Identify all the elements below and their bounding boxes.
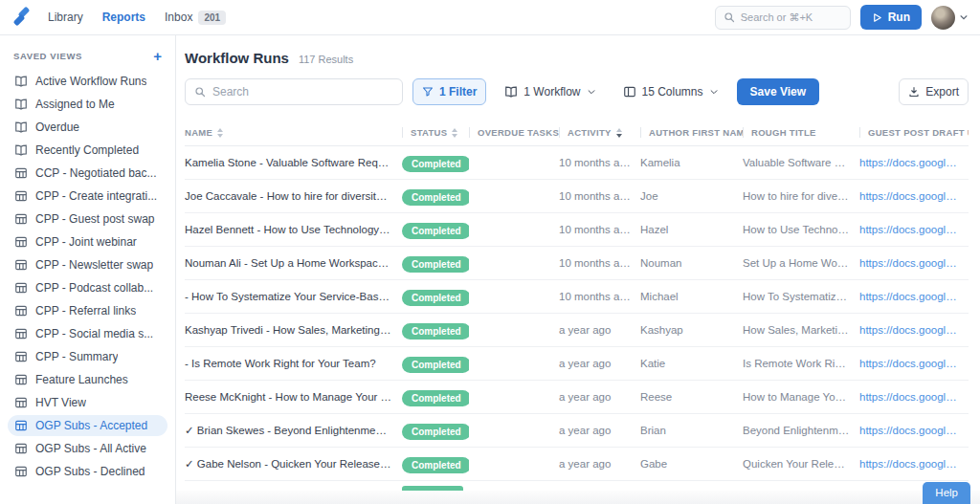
nav-library[interactable]: Library [48, 11, 83, 24]
table-row[interactable]: - Is Remote Work Right for Your Team? Co… [185, 347, 969, 381]
table-row[interactable]: Nouman Ali - Set Up a Home Workspace Tha… [185, 247, 969, 280]
table-icon [14, 465, 28, 478]
table-icon [14, 396, 28, 409]
saved-view-label: OGP Subs - Accepted [35, 419, 147, 432]
table-row[interactable]: Kashyap Trivedi - How Sales, Marketing, … [185, 314, 969, 347]
sidebar-saved-view-item[interactable]: CPP - Joint webinar [8, 231, 167, 252]
sidebar-saved-view-item[interactable]: Feature Launches [8, 369, 167, 390]
workflow-dropdown[interactable]: 1 Workflow [496, 78, 604, 105]
sidebar-saved-view-item[interactable]: Assigned to Me [8, 94, 167, 115]
add-view-button[interactable]: + [153, 49, 162, 63]
saved-view-label: CPP - Referral links [35, 304, 136, 318]
guest-post-url-link[interactable]: https://docs.google.com/... [859, 425, 969, 436]
sidebar-saved-view-item[interactable]: OGP Subs - All Active [8, 438, 167, 459]
table-search-input[interactable] [212, 85, 393, 99]
column-header[interactable]: STATUS [402, 120, 469, 145]
app-logo[interactable] [11, 7, 33, 28]
sidebar-saved-view-item[interactable]: CPP - Podcast collab... [8, 277, 167, 298]
rough-title-cell: Quicken Your Releases Wi... [743, 458, 859, 470]
play-icon [872, 12, 882, 23]
column-header-label: OVERDUE TASKS [478, 127, 559, 138]
user-menu[interactable] [931, 6, 969, 30]
status-cell: Completed [402, 388, 469, 406]
status-badge: Completed [402, 156, 469, 172]
table-icon [14, 189, 28, 203]
column-header[interactable]: ACTIVITY [559, 120, 640, 145]
guest-post-url-link[interactable]: https://docs.google.com/... [859, 458, 969, 470]
sidebar-saved-view-item[interactable]: HVT View [8, 392, 167, 413]
column-header[interactable]: GUEST POST DRAFT URL (GO [859, 120, 969, 145]
status-cell: Completed [402, 154, 469, 172]
status-badge: Completed [402, 290, 469, 306]
table-row[interactable]: - How To Systematize Your Service-Based … [185, 280, 969, 314]
run-name-cell: ✓ Gabe Nelson - Quicken Your Releases Wi… [185, 457, 402, 471]
guest-post-url-link[interactable]: https://docs.google.com/... [859, 324, 969, 336]
columns-dropdown[interactable]: 15 Columns [614, 78, 727, 105]
rough-title-cell: How to Use Technology t... [743, 224, 859, 235]
saved-view-label: CPP - Create integrati... [35, 189, 157, 203]
table-row[interactable]: Hazel Bennett - How to Use Technology to… [185, 213, 969, 247]
activity-cell: a year ago [559, 425, 640, 436]
table-row[interactable]: Joe Caccavale - How to hire for diversit… [185, 180, 969, 213]
sidebar-saved-view-item[interactable]: CPP - Summary [8, 346, 167, 367]
table-row[interactable]: Kamelia Stone - Valuable Software Requir… [185, 146, 969, 180]
table-row[interactable]: Reese McKnight - How to Manage Your Logi… [185, 381, 969, 414]
sidebar-saved-view-item[interactable]: CPP - Referral links [8, 300, 167, 321]
filter-button-label: 1 Filter [439, 85, 477, 99]
nav-reports[interactable]: Reports [102, 11, 145, 24]
global-search[interactable] [715, 6, 851, 30]
export-button[interactable]: Export [899, 78, 969, 105]
table-body: Kamelia Stone - Valuable Software Requir… [185, 146, 969, 481]
run-name-cell: - Is Remote Work Right for Your Team? [185, 358, 402, 369]
run-name-cell: Joe Caccavale - How to hire for diversit… [185, 190, 402, 202]
author-first-name-cell: Nouman [640, 257, 743, 269]
column-header-label: NAME [185, 127, 212, 138]
filter-button[interactable]: 1 Filter [412, 78, 486, 105]
guest-post-url-link[interactable]: https://docs.google.com/... [859, 257, 969, 269]
sidebar-saved-view-item[interactable]: CPP - Newsletter swap [8, 254, 167, 275]
sidebar-saved-view-item[interactable]: OGP Subs - Declined [8, 461, 167, 482]
nav-inbox[interactable]: Inbox 201 [165, 11, 226, 25]
status-badge: Completed [402, 457, 469, 473]
sidebar-saved-view-item[interactable]: CPP - Social media s... [8, 323, 167, 344]
activity-cell: 10 months ago [559, 257, 640, 269]
guest-post-url-link[interactable]: https://docs.google.com/... [859, 391, 969, 403]
column-header[interactable]: NAME [185, 120, 402, 145]
table-row[interactable]: ✓ Gabe Nelson - Quicken Your Releases Wi… [185, 448, 969, 481]
chevron-down-icon [959, 12, 969, 22]
table-icon [14, 327, 28, 340]
run-button[interactable]: Run [860, 5, 922, 30]
column-header-label: STATUS [411, 127, 447, 138]
guest-post-url-link[interactable]: https://docs.google.com/... [859, 190, 969, 202]
table-search[interactable] [185, 78, 403, 105]
column-header[interactable]: ROUGH TITLE [743, 120, 859, 145]
status-cell: Completed [402, 288, 469, 306]
help-button[interactable]: Help [923, 482, 970, 504]
sidebar-saved-view-item[interactable]: Overdue [8, 117, 167, 138]
sidebar-saved-view-item[interactable]: Recently Completed [8, 140, 167, 161]
saved-view-label: HVT View [35, 396, 86, 409]
sidebar-saved-view-item[interactable]: OGP Subs - Accepted [8, 415, 167, 436]
table-row[interactable]: ✓ Brian Skewes - Beyond Enlightenment: T… [185, 414, 969, 448]
global-search-input[interactable] [741, 11, 842, 23]
save-view-label: Save View [750, 85, 807, 99]
guest-post-url-link[interactable]: https://docs.google.com/... [859, 224, 969, 235]
sidebar-saved-view-item[interactable]: CCP - Negotiated bac... [8, 163, 167, 184]
guest-post-url-link[interactable]: https://docs.google.com/... [859, 358, 969, 369]
guest-post-url-link[interactable]: https://docs.google.com/... [859, 291, 969, 302]
column-header[interactable]: AUTHOR FIRST NAME [640, 120, 743, 145]
saved-view-label: OGP Subs - All Active [35, 442, 146, 455]
sidebar-saved-view-item[interactable]: CPP - Guest post swap [8, 208, 167, 230]
saved-view-label: CPP - Guest post swap [35, 212, 155, 226]
sort-icon [217, 128, 223, 138]
toolbar: 1 Filter 1 Workflow 15 Columns [185, 78, 969, 105]
sidebar-saved-view-item[interactable]: CPP - Create integrati... [8, 186, 167, 207]
save-view-button[interactable]: Save View [737, 78, 820, 105]
run-name-cell: Hazel Bennett - How to Use Technology to… [185, 224, 402, 235]
column-header[interactable]: OVERDUE TASKS [469, 120, 559, 145]
guest-post-url-link[interactable]: https://docs.google.com/... [859, 157, 969, 168]
book-icon [14, 143, 28, 157]
sidebar-saved-view-item[interactable]: Active Workflow Runs [8, 71, 167, 92]
saved-view-label: CPP - Newsletter swap [35, 258, 153, 272]
run-button-label: Run [888, 11, 910, 24]
